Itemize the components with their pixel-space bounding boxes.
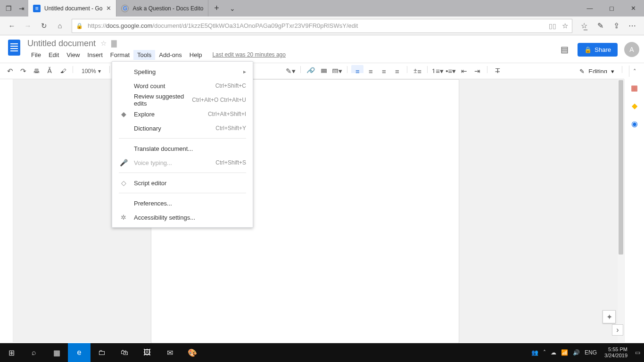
side-panel: ▦ ◆ ◉: [624, 79, 644, 342]
docs-favicon-icon: ≡: [33, 5, 41, 12]
explore-icon: ◆: [119, 110, 128, 118]
tasks-addon-icon[interactable]: ◉: [630, 119, 639, 128]
browser-tabstrip: ❐ ⇥ ≡ Untitled document - Go ✕ G Ask a Q…: [0, 0, 644, 16]
star-document-icon[interactable]: ☆: [100, 39, 107, 48]
move-folder-icon[interactable]: ▇: [111, 39, 117, 48]
browser-tab-0[interactable]: ≡ Untitled document - Go ✕: [28, 0, 116, 16]
wifi-icon[interactable]: 📶: [561, 349, 568, 356]
menu-edit[interactable]: Edit: [45, 50, 63, 60]
tools-preferences[interactable]: Preferences...: [112, 196, 253, 210]
nav-refresh-button[interactable]: ↻: [36, 18, 52, 33]
horizontal-ruler[interactable]: [0, 73, 624, 79]
taskbar-clock[interactable]: 5:55 PM 3/24/2019: [602, 346, 630, 359]
comments-button[interactable]: ▤: [558, 43, 571, 56]
tools-spelling[interactable]: Spelling▸: [112, 65, 253, 79]
nav-home-button[interactable]: ⌂: [52, 18, 68, 33]
taskbar-photos[interactable]: 🖼: [136, 343, 158, 362]
taskbar-store[interactable]: 🛍: [113, 343, 136, 362]
tabs-chevron-icon[interactable]: ⌄: [224, 0, 240, 16]
submenu-arrow-icon: ▸: [243, 68, 246, 75]
menu-help[interactable]: Help: [186, 50, 206, 60]
notes-icon[interactable]: ✎: [592, 18, 608, 33]
taskbar-mail[interactable]: ✉: [158, 343, 181, 362]
onedrive-icon[interactable]: ☁: [551, 349, 556, 356]
menu-view[interactable]: View: [63, 50, 83, 60]
tab-title: Untitled document - Go: [44, 5, 102, 12]
people-icon[interactable]: 👥: [531, 349, 538, 356]
tray-chevron-icon[interactable]: ˄: [543, 349, 546, 356]
window-maximize-button[interactable]: ◻: [601, 0, 622, 16]
action-center-icon[interactable]: ▭: [635, 349, 640, 356]
scrollbar-thumb[interactable]: [619, 80, 623, 255]
side-panel-toggle[interactable]: ›: [612, 324, 623, 336]
docs-header: Untitled document ☆ ▇ File Edit View Ins…: [0, 35, 644, 63]
tools-voice-typing: 🎤Voice typing...Ctrl+Shift+S: [112, 156, 253, 170]
lock-icon: 🔒: [76, 23, 83, 29]
accessibility-icon: ✲: [119, 214, 128, 221]
browser-toolbar: ← → ↻ ⌂ 🔒 https://docs.google.com/docume…: [0, 16, 644, 35]
favorites-list-icon[interactable]: ☆̲: [576, 18, 592, 33]
menu-format[interactable]: Format: [107, 50, 133, 60]
window-close-button[interactable]: ✕: [622, 0, 644, 16]
calendar-addon-icon[interactable]: ▦: [630, 83, 639, 92]
more-menu-icon[interactable]: ⋯: [624, 18, 640, 33]
script-icon: ◇: [119, 179, 128, 187]
volume-icon[interactable]: 🔊: [573, 349, 580, 356]
window-minimize-button[interactable]: —: [579, 0, 601, 16]
menu-insert[interactable]: Insert: [83, 50, 107, 60]
document-title[interactable]: Untitled document: [27, 39, 96, 49]
task-view-button[interactable]: ▦: [45, 343, 68, 362]
document-area: ✦ ›: [0, 79, 624, 342]
tools-review-suggested[interactable]: Review suggested editsCtrl+Alt+O Ctrl+Al…: [112, 93, 253, 107]
hide-menus-button[interactable]: ˄: [629, 66, 640, 77]
browser-tab-1[interactable]: G Ask a Question - Docs Edito: [116, 0, 208, 16]
search-button[interactable]: ⌕: [23, 343, 45, 362]
language-indicator[interactable]: ENG: [585, 349, 597, 356]
vertical-scrollbar[interactable]: [618, 79, 624, 342]
start-button[interactable]: ⊞: [0, 343, 23, 362]
tools-dropdown: Spelling▸ Word countCtrl+Shift+C Review …: [112, 61, 253, 228]
share-label: Share: [594, 46, 611, 53]
vertical-ruler[interactable]: [0, 79, 13, 342]
url-text: https://docs.google.com/document/d/1kzzE…: [88, 22, 358, 29]
nav-forward-button[interactable]: →: [20, 18, 36, 33]
tab-preview-icon[interactable]: ❐: [2, 0, 15, 16]
reading-view-icon[interactable]: ▯▯: [549, 22, 556, 30]
docs-logo-icon[interactable]: [5, 38, 24, 57]
keep-addon-icon[interactable]: ◆: [630, 101, 639, 110]
tools-word-count[interactable]: Word countCtrl+Shift+C: [112, 79, 253, 93]
menu-tools[interactable]: Tools: [133, 50, 155, 60]
account-avatar[interactable]: A: [624, 42, 639, 57]
share-button[interactable]: 🔒 Share: [578, 43, 618, 57]
favorite-star-icon[interactable]: ☆: [562, 22, 568, 30]
taskbar-explorer[interactable]: 🗀: [91, 343, 113, 362]
tools-dictionary[interactable]: DictionaryCtrl+Shift+Y: [112, 121, 253, 135]
last-edit-link[interactable]: Last edit was 20 minutes ago: [213, 51, 286, 58]
tab-title: Ask a Question - Docs Edito: [132, 5, 203, 12]
windows-taskbar: ⊞ ⌕ ▦ e 🗀 🛍 🖼 ✉ 🎨 👥 ˄ ☁ 📶 🔊 ENG 5:55 PM …: [0, 343, 644, 362]
taskbar-edge[interactable]: e: [68, 343, 91, 362]
menu-addons[interactable]: Add-ons: [155, 50, 185, 60]
nav-back-button[interactable]: ←: [4, 18, 20, 33]
address-bar[interactable]: 🔒 https://docs.google.com/document/d/1kz…: [72, 19, 572, 33]
taskbar-app[interactable]: 🎨: [181, 343, 204, 362]
lock-icon: 🔒: [584, 46, 592, 53]
menu-file[interactable]: File: [27, 50, 45, 60]
tools-script-editor[interactable]: ◇Script editor: [112, 176, 253, 190]
tools-explore[interactable]: ◆ExploreCtrl+Alt+Shift+I: [112, 107, 253, 121]
share-page-icon[interactable]: ⇪: [608, 18, 624, 33]
menu-bar: File Edit View Insert Format Tools Add-o…: [27, 49, 554, 60]
tools-accessibility[interactable]: ✲Accessibility settings...: [112, 210, 253, 224]
tab-close-icon[interactable]: ✕: [106, 5, 111, 12]
google-favicon-icon: G: [121, 5, 129, 12]
tab-aside-icon[interactable]: ⇥: [15, 0, 28, 16]
mic-icon: 🎤: [119, 159, 128, 166]
new-tab-button[interactable]: +: [208, 0, 224, 16]
explore-fab[interactable]: ✦: [603, 310, 616, 323]
tools-translate[interactable]: Translate document...: [112, 141, 253, 156]
